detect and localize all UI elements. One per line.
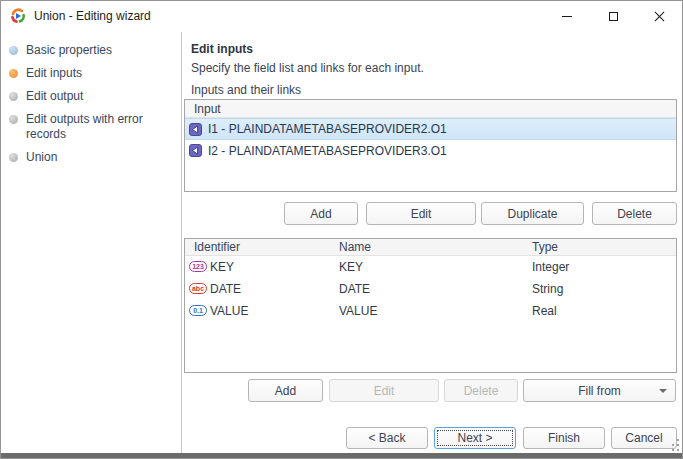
field-identifier: DATE [210,278,241,300]
close-icon [654,11,665,22]
step-union[interactable]: Union [9,146,177,169]
table-row-date[interactable]: abc DATE DATE String [185,278,676,300]
table-row-value[interactable]: 0.1 VALUE VALUE Real [185,300,676,322]
field-type: Real [532,300,557,322]
minimize-icon [562,16,572,17]
field-name: VALUE [339,300,377,322]
inputs-list-label: Inputs and their links [191,83,301,97]
window-bottom-edge [1,453,682,458]
fill-from-dropdown-button[interactable]: Fill from [523,379,676,402]
field-identifier: VALUE [210,300,248,322]
input-list-item-i1[interactable]: I1 - PLAINDATAMETABASEPROVIDER2.O1 [185,118,676,140]
step-edit-inputs[interactable]: Edit inputs [9,62,177,85]
page-description: Specify the field list and links for eac… [191,61,424,75]
column-header-type: Type [532,239,558,256]
fill-from-label: Fill from [578,384,621,398]
inputs-list-column-header: Input [185,100,676,118]
step-todo-bullet-icon [9,153,18,162]
window-title: Union - Editing wizard [34,1,151,31]
table-row-key[interactable]: 123 KEY KEY Integer [185,256,676,278]
minimize-button[interactable] [544,1,590,31]
input-port-icon [189,144,202,157]
step-basic-properties[interactable]: Basic properties [9,39,177,62]
fields-table-header: Identifier Name Type [185,239,676,256]
field-type: Integer [532,256,569,278]
column-header-name: Name [339,239,371,256]
step-label: Basic properties [26,43,166,58]
real-field-icon: 0.1 [189,305,207,316]
step-edit-output[interactable]: Edit output [9,85,177,108]
add-field-button[interactable]: Add [248,379,323,402]
maximize-button[interactable] [590,1,636,31]
edit-field-button[interactable]: Edit [329,379,439,402]
input-item-label: I1 - PLAINDATAMETABASEPROVIDER2.O1 [208,122,447,136]
step-edit-outputs-with-error-records[interactable]: Edit outputs with error records [9,108,177,146]
wizard-window: Union - Editing wizard Basic properties … [0,0,683,459]
app-logo-icon [10,8,26,24]
title-bar[interactable]: Union - Editing wizard [1,1,682,31]
field-type: String [532,278,563,300]
chevron-down-icon [659,389,667,393]
step-label: Edit outputs with error records [26,112,166,142]
string-field-icon: abc [189,283,207,294]
duplicate-input-button[interactable]: Duplicate [481,202,584,225]
field-name: DATE [339,278,370,300]
add-input-button[interactable]: Add [284,202,358,225]
maximize-icon [609,12,618,21]
edit-input-button[interactable]: Edit [366,202,476,225]
finish-button[interactable]: Finish [523,427,605,449]
inputs-list: Input I1 - PLAINDATAMETABASEPROVIDER2.O1… [184,99,677,192]
step-label: Union [26,150,166,165]
step-label: Edit inputs [26,66,166,81]
step-todo-bullet-icon [9,92,18,101]
resize-grip[interactable] [667,439,679,451]
column-header-identifier: Identifier [194,239,240,256]
input-port-icon [189,123,202,136]
wizard-steps-sidebar: Basic properties Edit inputs Edit output… [1,32,182,453]
input-item-label: I2 - PLAINDATAMETABASEPROVIDER3.O1 [208,144,447,158]
back-button[interactable]: < Back [346,427,428,449]
fields-table: Identifier Name Type 123 KEY KEY Integer… [184,238,677,373]
delete-input-button[interactable]: Delete [592,202,677,225]
integer-field-icon: 123 [189,261,207,272]
delete-field-button[interactable]: Delete [444,379,518,402]
step-label: Edit output [26,89,166,104]
field-name: KEY [339,256,363,278]
step-current-bullet-icon [9,69,18,78]
close-button[interactable] [636,1,682,31]
step-done-bullet-icon [9,46,18,55]
field-identifier: KEY [210,256,234,278]
step-todo-bullet-icon [9,115,18,124]
input-list-item-i2[interactable]: I2 - PLAINDATAMETABASEPROVIDER3.O1 [185,140,676,161]
next-button[interactable]: Next > [434,427,516,449]
page-title: Edit inputs [191,42,253,56]
